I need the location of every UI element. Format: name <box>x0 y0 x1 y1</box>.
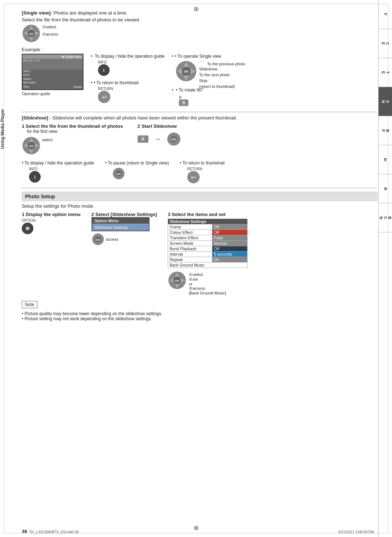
dpad-container: OK ①select ②access <box>22 24 41 44</box>
repeat-value: On <box>212 257 248 263</box>
guide-stop: Stop <box>23 85 35 89</box>
svg-text:OK: OK <box>29 145 33 148</box>
access-label-text: access <box>106 237 118 241</box>
table-row: Transition Effect Fade <box>168 235 248 241</box>
slideshow-guide-row: • To display / hide the operation guide … <box>22 160 377 183</box>
return-thumbnail-group: • To return to thumbnail RETURN ↩ <box>91 80 164 103</box>
ss-table-container: Slideshow Settings Frame Off Colour Effe… <box>168 219 248 268</box>
ss-table-header-row: Slideshow Settings <box>168 219 248 224</box>
slideshow-settings-table: Slideshow Settings Frame Off Colour Effe… <box>168 219 248 268</box>
footer-left: TH_L32U30KMTX_EN.indd 38 <box>29 530 79 534</box>
burst-playback-label: Burst Playback <box>168 246 212 252</box>
step2-col: 2 Start Slideshow R → OK <box>138 123 181 146</box>
access-row: OK access <box>91 233 157 246</box>
sidebar-tab-ce: CE <box>379 29 392 58</box>
ps-step2-col: 2 Select [Slideshow Settings] Option Men… <box>91 212 157 246</box>
single-view-section: [Single view]- Photos are displayed one … <box>22 10 377 106</box>
transition-label: Transition Effect <box>168 235 212 241</box>
access-ok-icon: OK <box>91 233 105 246</box>
operate-dpad-icon: OK <box>175 60 197 82</box>
table-row: Back Ground Music <box>168 263 248 268</box>
single-view-controls: OK ①select ②access <box>22 24 377 44</box>
guide-return: RETURN <box>23 81 35 85</box>
single-view-desc2: Select the file from the thumbnail of ph… <box>22 17 377 23</box>
screen-mockup: ■ Single view ■Single view INFO EXIT Sel… <box>22 54 83 90</box>
return-thumbnail-text: • To return to thumbnail <box>91 80 164 85</box>
step1-sub: for the first view <box>27 129 123 134</box>
screen-col: ■ Single view ■Single view INFO EXIT Sel… <box>22 54 83 96</box>
sidebar-tab-r: R <box>379 174 392 203</box>
note-line-1: • Picture quality may become lower depen… <box>22 311 377 316</box>
screen-mode-value: Normal <box>212 241 248 246</box>
ss-return-row: RETURN ↩ <box>187 167 225 183</box>
select-label-row: ①select <box>189 272 226 277</box>
screen-rotate: Rotate <box>73 85 82 89</box>
bottom-crosshair-icon: ⊕ <box>193 524 199 532</box>
transition-value: Fade <box>212 235 248 241</box>
option-button <box>22 223 33 234</box>
svg-text:OK: OK <box>29 32 33 36</box>
interval-label: Interval <box>168 252 212 257</box>
return-label-row: RETURN ↩ <box>98 87 164 103</box>
ps-step1-col: 1 Display the option menu OPTION <box>22 212 81 234</box>
info-label-text: INFO <box>98 60 164 64</box>
ps-step3-title: 3 Select the items and set <box>168 212 248 217</box>
next-photo-row: To the next photo <box>199 73 229 77</box>
photo-setup-desc: Setup the settings for Photo mode. <box>22 203 377 209</box>
svg-rect-28 <box>26 227 29 228</box>
svg-text:OK: OK <box>184 70 189 73</box>
table-row: Burst Playback Off <box>168 246 248 252</box>
ss-table-header-cell: Slideshow Settings <box>168 219 248 224</box>
repeat-label: Repeat <box>168 257 212 263</box>
dpad-icon: OK <box>22 24 41 43</box>
interval-value: 5 seconds <box>212 252 248 257</box>
example-row: ■ Single view ■Single view INFO EXIT Sel… <box>22 54 377 106</box>
step2-ok-icon: OK <box>167 132 181 146</box>
sidebar-tab-sn: SN <box>379 87 392 116</box>
select-set-dpad-icon: OK <box>168 271 187 290</box>
svg-text:OK: OK <box>175 279 179 282</box>
table-row: Interval 5 seconds <box>168 252 248 257</box>
sidebar-tab-bp: BP <box>379 116 392 145</box>
access-label: ②access <box>42 32 58 37</box>
or-label-row: or <box>189 282 226 286</box>
display-hide-group: To display / hide the operation guide IN… <box>91 54 164 76</box>
photo-setup-steps: 1 Display the option menu OPTION 2 Selec… <box>22 212 377 295</box>
frame-value: Off <box>212 224 248 230</box>
b-button: B <box>179 99 188 106</box>
ps-step1-title: 1 Display the option menu <box>22 212 81 217</box>
ss-info-row: INFO i <box>29 167 94 183</box>
select-set-labels: ①select ②set or ②access [Back Ground Mus… <box>189 272 226 295</box>
arrow-icon: → <box>154 135 161 143</box>
bgm-label-text: [Back Ground Music] <box>189 291 226 295</box>
option-menu-item: Slideshow Settings <box>92 224 149 231</box>
single-view-title-text: [Single view] <box>22 10 50 16</box>
r-button: R <box>138 135 148 143</box>
select-label: ①select <box>42 25 56 29</box>
ss-display-hide: • To display / hide the operation guide … <box>22 160 94 183</box>
step1-title: 1 Select the file from the thumbnail of … <box>22 123 123 129</box>
option-menu-box: Option Menu Slideshow Settings OK access <box>91 217 157 246</box>
page-number: 38 <box>22 529 27 534</box>
b-label-text: B <box>179 95 221 99</box>
ss-return-text: • To return to thumbnail <box>180 160 225 166</box>
ps-option-label: OPTION <box>22 219 81 234</box>
b-btn-row: B B <box>179 95 221 106</box>
set-label-row: ②set <box>189 277 226 282</box>
section-divider-2 <box>22 188 377 188</box>
screen-header: ■ Single view <box>23 54 83 59</box>
select-set-container: OK ①select ②set or ②access [Back Ground … <box>168 271 248 295</box>
ss-info-button: i <box>29 171 41 183</box>
note-line-2: • Picture setting may not work depending… <box>22 316 377 321</box>
frame-label: Frame <box>168 224 212 230</box>
ss-return-button: ↩ <box>187 171 200 183</box>
right-col: • To operate Single view OK ⌒ <box>172 54 221 106</box>
operate-dpad-container: OK ⌒ To the previous photo Slideshow To … <box>175 60 221 83</box>
burst-playback-value: Off <box>212 246 248 252</box>
ss-return-thumbnail: • To return to thumbnail RETURN ↩ <box>180 160 225 183</box>
step1-select-label: select <box>42 138 53 142</box>
sidebar-tab-in: In <box>379 145 392 174</box>
sidebar-tab-te: TE <box>379 58 392 87</box>
single-view-desc1: - Photos are displayed one at a time. <box>50 10 127 16</box>
sidebar-tab-bcn: BCN <box>379 203 392 232</box>
